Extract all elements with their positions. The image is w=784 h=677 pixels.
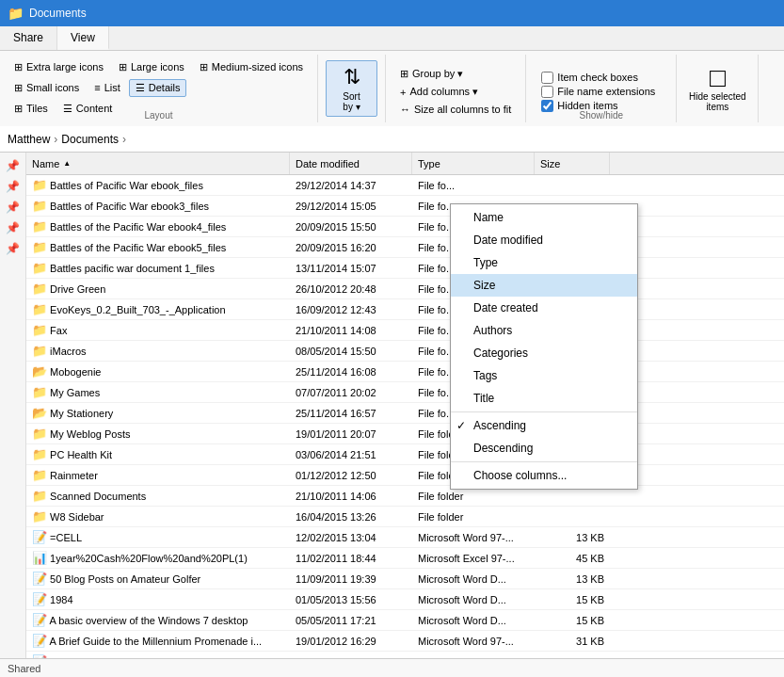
sort-menu-choose-columns[interactable]: Choose columns...: [451, 464, 637, 487]
doc-icon: 📝: [32, 634, 47, 648]
folder-icon: 📁: [32, 199, 47, 213]
sort-by-button[interactable]: ⇅ Sortby ▾: [326, 60, 377, 117]
descending-label: Descending: [473, 442, 533, 455]
layout-row-2: ⊞ Small icons ≡ List ☰ Details: [8, 79, 310, 97]
file-date-cell: 26/10/2012 20:48: [290, 283, 412, 295]
file-date-cell: 05/05/2011 17:21: [290, 615, 412, 626]
file-type-cell: Microsoft Excel 97-...: [412, 553, 535, 564]
table-row[interactable]: 📁 Drive Green 26/10/2012 20:48 File fo..…: [26, 279, 784, 299]
extra-large-btn[interactable]: ⊞ Extra large icons: [8, 58, 110, 76]
sort-type-label: Type: [473, 256, 498, 269]
table-row[interactable]: 📁 My Weblog Posts 19/01/2011 20:07 File …: [26, 424, 784, 444]
hide-selected-btn[interactable]: □ Hide selected items: [684, 65, 750, 112]
hide-selected-group: □ Hide selected items: [677, 55, 759, 122]
sort-menu-authors[interactable]: Authors: [451, 319, 637, 342]
list-btn[interactable]: ≡ List: [88, 79, 127, 96]
size-all-columns-btn[interactable]: ↔ Size all columns to fit: [393, 101, 518, 118]
sort-menu-type[interactable]: Type: [451, 251, 637, 274]
table-row[interactable]: 📝 A Brief Guide to the Millennium Promen…: [26, 631, 784, 652]
doc-icon: 📝: [32, 613, 47, 627]
sidebar-pin-1[interactable]: 📌: [4, 177, 23, 196]
item-checkboxes-checkbox[interactable]: [541, 72, 553, 84]
sidebar-pin-0[interactable]: 📌: [4, 156, 23, 175]
sidebar-pin-4[interactable]: 📌: [4, 239, 23, 258]
details-btn[interactable]: ☰ Details: [129, 79, 187, 97]
show-hide-checkboxes: Item check boxes File name extensions Hi…: [534, 68, 663, 116]
tab-share[interactable]: Share: [0, 26, 57, 50]
table-row[interactable]: 📁 Battles pacific war document 1_files 1…: [26, 258, 784, 279]
table-row[interactable]: 📁 Scanned Documents 21/10/2011 14:06 Fil…: [26, 486, 784, 507]
sort-menu-size[interactable]: Size: [451, 274, 637, 297]
col-header-size[interactable]: Size: [535, 153, 610, 174]
file-name-extensions-checkbox[interactable]: [541, 86, 553, 98]
item-checkboxes-row[interactable]: Item check boxes: [541, 72, 655, 84]
add-columns-btn[interactable]: + Add columns ▾: [393, 83, 485, 101]
group-by-icon: ⊞: [400, 68, 408, 80]
hide-selected-label: Hide selected items: [684, 91, 750, 112]
table-row[interactable]: 📁 Rainmeter 01/12/2012 12:50 File folder: [26, 465, 784, 486]
file-date-cell: 01/05/2013 15:56: [290, 594, 412, 605]
breadcrumb-part-1[interactable]: Documents: [61, 133, 119, 146]
folder-icon: 📁: [32, 385, 47, 399]
file-size-cell: 15 KB: [535, 594, 610, 605]
file-name-cell: 📝 A basic overview of the Windows 7 desk…: [26, 613, 290, 627]
table-row[interactable]: 📁 PC Health Kit 03/06/2014 21:51 File fo…: [26, 444, 784, 465]
folder-icon: 📁: [32, 240, 47, 254]
table-row[interactable]: 📝 1984 01/05/2013 15:56 Microsoft Word D…: [26, 589, 784, 610]
medium-icon: ⊞: [200, 61, 208, 73]
col-header-date[interactable]: Date modified: [290, 153, 412, 174]
large-btn[interactable]: ⊞ Large icons: [112, 58, 191, 76]
breadcrumb: Matthew › Documents ›: [8, 133, 126, 146]
file-list-header: Name ▲ Date modified Type Size: [26, 153, 784, 175]
medium-btn[interactable]: ⊞ Medium-sized icons: [193, 58, 310, 76]
folder-icon: 📁: [32, 509, 47, 524]
table-row[interactable]: 📁 Battles of Pacific War ebook_files 29/…: [26, 175, 784, 196]
sort-menu-date-created[interactable]: Date created: [451, 297, 637, 319]
file-size-cell: 18 KB: [535, 656, 610, 659]
table-row[interactable]: 📁 EvoKeys_0.2_Built_703_-_Application 16…: [26, 299, 784, 320]
sort-menu-separator-1: [451, 411, 637, 412]
table-row[interactable]: 📁 iMacros 08/05/2014 15:50 File fo...: [26, 341, 784, 362]
table-row[interactable]: 📝 =CELL 12/02/2015 13:04 Microsoft Word …: [26, 527, 784, 548]
sort-menu-title[interactable]: Title: [451, 387, 637, 410]
title-bar: 📁 Documents: [0, 0, 784, 26]
sidebar-pin-3[interactable]: 📌: [4, 218, 23, 237]
col-header-name[interactable]: Name ▲: [26, 153, 290, 174]
sort-menu-descending[interactable]: Descending: [451, 437, 637, 459]
sort-menu-categories[interactable]: Categories: [451, 342, 637, 364]
file-date-cell: 07/07/2011 20:02: [290, 387, 412, 398]
sort-menu-name[interactable]: Name: [451, 206, 637, 229]
sort-menu-date-modified[interactable]: Date modified: [451, 229, 637, 251]
sort-label: Sortby ▾: [343, 91, 360, 112]
folder-icon: 📁: [32, 447, 47, 461]
table-row[interactable]: 📁 My Games 07/07/2011 20:02 File fo...: [26, 382, 784, 403]
file-name-cell: 📂 Mobogenie: [26, 364, 290, 379]
table-row[interactable]: 📁 Battles of the Pacific War ebook5_file…: [26, 237, 784, 258]
sort-menu-tags[interactable]: Tags: [451, 364, 637, 387]
file-name-extensions-row[interactable]: File name extensions: [541, 86, 655, 98]
table-row[interactable]: 📂 My Stationery 25/11/2014 16:57 File fo…: [26, 403, 784, 424]
table-row[interactable]: 📁 W8 Sidebar 16/04/2015 13:26 File folde…: [26, 507, 784, 527]
folder-special-icon: 📂: [32, 406, 47, 420]
col-header-type[interactable]: Type: [412, 153, 535, 174]
sort-menu-ascending[interactable]: ✓ Ascending: [451, 414, 637, 437]
file-date-cell: 25/11/2014 16:57: [290, 408, 412, 419]
file-type-cell: File folder: [412, 511, 535, 523]
table-row[interactable]: 📊 1year%20Cash%20Flow%20and%20PL(1) 11/0…: [26, 548, 784, 569]
ribbon-content: ⊞ Extra large icons ⊞ Large icons ⊞ Medi…: [0, 51, 784, 126]
breadcrumb-part-0[interactable]: Matthew: [8, 133, 50, 146]
table-row[interactable]: 📝 A Brief Guide to the Millennium Promen…: [26, 652, 784, 658]
table-row[interactable]: 📁 Battles of the Pacific War ebook4_file…: [26, 217, 784, 237]
add-columns-icon: +: [400, 87, 406, 98]
group-by-btn[interactable]: ⊞ Group by ▾: [393, 65, 470, 83]
table-row[interactable]: 📁 Battles of Pacific War ebook3_files 29…: [26, 196, 784, 217]
table-row[interactable]: 📂 Mobogenie 25/11/2014 16:08 File fo...: [26, 362, 784, 382]
table-row[interactable]: 📁 Fax 21/10/2011 14:08 File fo...: [26, 320, 784, 341]
tab-view[interactable]: View: [57, 26, 109, 50]
sort-authors-label: Authors: [473, 324, 512, 337]
folder-icon: 📁: [32, 344, 47, 358]
table-row[interactable]: 📝 50 Blog Posts on Amateur Golfer 11/09/…: [26, 569, 784, 589]
sidebar-pin-2[interactable]: 📌: [4, 198, 23, 217]
table-row[interactable]: 📝 A basic overview of the Windows 7 desk…: [26, 610, 784, 631]
small-btn[interactable]: ⊞ Small icons: [8, 79, 86, 97]
